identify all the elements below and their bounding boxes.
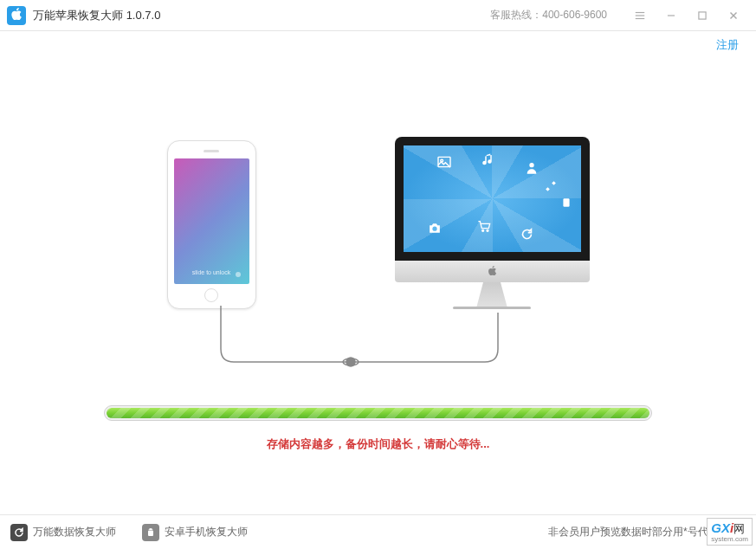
svg-rect-4: [699, 11, 706, 18]
apple-icon: [10, 8, 23, 23]
apple-logo-icon: [488, 266, 497, 278]
svg-point-11: [481, 229, 483, 231]
footer-app-label: 安卓手机恢复大师: [165, 525, 248, 539]
refresh-icon: [520, 228, 533, 243]
home-button-icon: [204, 288, 218, 302]
iphone-illustration: slide to unlock: [167, 140, 256, 309]
register-link[interactable]: 注册: [716, 37, 739, 53]
progress-section: 存储内容越多，备份时间越长，请耐心等待...: [104, 405, 652, 452]
main-area: slide to unlock: [0, 59, 756, 483]
imac-illustration: [395, 137, 590, 309]
titlebar: 万能苹果恢复大师 1.0.7.0 客服热线：400-606-9600: [0, 0, 756, 31]
footer-app-data-recovery[interactable]: 万能数据恢复大师: [10, 524, 116, 541]
cart-icon: [477, 220, 491, 235]
maximize-button[interactable]: [687, 0, 718, 31]
svg-point-12: [487, 229, 488, 231]
progress-bar: [104, 405, 652, 421]
app-title: 万能苹果恢复大师 1.0.7.0: [33, 8, 160, 23]
tools-icon: [545, 180, 557, 195]
device-stage: slide to unlock: [0, 137, 756, 309]
camera-icon: [428, 222, 442, 236]
footer: 万能数据恢复大师 安卓手机恢复大师 非会员用户预览数据时部分用*号代替 注册: [0, 514, 756, 549]
svg-rect-13: [563, 198, 569, 207]
misc-icon: [562, 196, 571, 210]
footer-app-label: 万能数据恢复大师: [33, 525, 116, 539]
connection-cable: [212, 306, 507, 375]
svg-point-10: [432, 227, 436, 231]
menu-button[interactable]: [624, 0, 656, 31]
hotline-text: 客服热线：400-606-9600: [490, 8, 607, 23]
minimize-button[interactable]: [656, 0, 687, 31]
progress-fill: [107, 408, 649, 418]
progress-message: 存储内容越多，备份时间越长，请耐心等待...: [104, 436, 652, 452]
close-button[interactable]: [718, 0, 749, 31]
footer-app-android-recovery[interactable]: 安卓手机恢复大师: [142, 524, 248, 541]
slide-to-unlock-text: slide to unlock: [192, 269, 230, 275]
subbar: 注册: [0, 31, 756, 59]
svg-point-9: [529, 163, 533, 167]
data-recovery-icon: [10, 524, 28, 541]
music-icon: [481, 152, 495, 171]
android-icon: [142, 524, 159, 541]
contact-icon: [526, 161, 538, 178]
image-icon: [436, 156, 452, 171]
app-logo-icon: [7, 6, 26, 25]
watermark: GXi网 system.com: [707, 518, 753, 546]
